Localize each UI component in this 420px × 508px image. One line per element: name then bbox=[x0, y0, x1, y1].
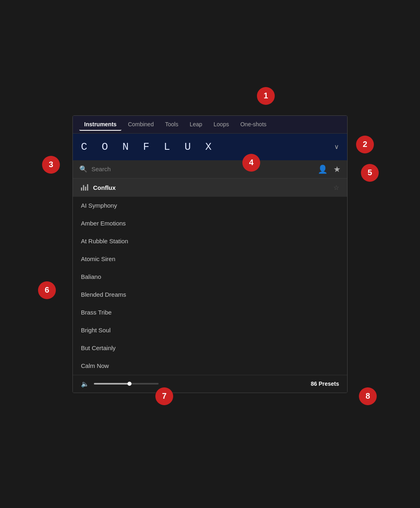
list-item[interactable]: Conflux ☆ bbox=[73, 179, 347, 197]
list-item[interactable]: Brass Tribe bbox=[73, 304, 347, 321]
search-bar: 🔍 👤 ★ bbox=[73, 160, 347, 179]
preset-name: AI Symphony bbox=[81, 202, 117, 209]
preset-item-left: Conflux bbox=[81, 184, 116, 191]
annotation-3: 3 bbox=[42, 156, 60, 174]
preset-name: Baliano bbox=[81, 273, 101, 280]
preset-name: But Certainly bbox=[81, 344, 116, 351]
tab-tools[interactable]: Tools bbox=[160, 118, 183, 131]
list-item[interactable]: Calm Now bbox=[73, 357, 347, 375]
tab-instruments[interactable]: Instruments bbox=[79, 118, 121, 131]
list-item[interactable]: Atomic Siren bbox=[73, 250, 347, 268]
bottom-bar: 🔈 86 Presets bbox=[73, 375, 347, 393]
brand-logo: C O N F L U X bbox=[81, 141, 216, 153]
app-window: Instruments Combined Tools Leap Loops On… bbox=[72, 115, 348, 393]
search-actions: 👤 ★ bbox=[318, 164, 341, 174]
annotation-2: 2 bbox=[356, 136, 374, 153]
list-item[interactable]: Bright Soul bbox=[73, 321, 347, 339]
user-icon[interactable]: 👤 bbox=[318, 164, 328, 174]
list-item[interactable]: Baliano bbox=[73, 268, 347, 286]
tab-combined[interactable]: Combined bbox=[123, 118, 159, 131]
volume-icon: 🔈 bbox=[81, 380, 89, 388]
preset-name: Brass Tribe bbox=[81, 309, 112, 316]
annotation-6: 6 bbox=[38, 281, 56, 299]
list-item[interactable]: AI Symphony bbox=[73, 197, 347, 215]
list-item[interactable]: But Certainly bbox=[73, 339, 347, 357]
list-item[interactable]: At Rubble Station bbox=[73, 232, 347, 250]
search-input[interactable] bbox=[91, 166, 314, 172]
annotation-1: 1 bbox=[257, 87, 275, 105]
brand-header: C O N F L U X ∨ bbox=[73, 134, 347, 160]
preset-name: Bright Soul bbox=[81, 327, 110, 334]
preset-star-icon[interactable]: ☆ bbox=[333, 184, 339, 191]
preset-name: Blended Dreams bbox=[81, 291, 126, 298]
preset-name: At Rubble Station bbox=[81, 238, 128, 244]
preset-name: Atomic Siren bbox=[81, 255, 115, 262]
favorites-star-icon[interactable]: ★ bbox=[333, 164, 341, 174]
annotation-8: 8 bbox=[359, 387, 377, 405]
preset-name: Calm Now bbox=[81, 362, 109, 369]
preset-list: Conflux ☆ AI Symphony Amber Emotions At … bbox=[73, 179, 347, 375]
tab-loops[interactable]: Loops bbox=[209, 118, 234, 131]
search-icon: 🔍 bbox=[79, 165, 87, 173]
preset-name: Amber Emotions bbox=[81, 220, 126, 227]
tab-oneshots[interactable]: One-shots bbox=[235, 118, 272, 131]
list-item[interactable]: Amber Emotions bbox=[73, 215, 347, 232]
tab-leap[interactable]: Leap bbox=[185, 118, 207, 131]
volume-slider-thumb[interactable] bbox=[127, 382, 132, 386]
preset-name: Conflux bbox=[93, 184, 116, 191]
bars-icon bbox=[81, 184, 88, 191]
nav-bar: Instruments Combined Tools Leap Loops On… bbox=[73, 116, 347, 134]
volume-slider[interactable] bbox=[94, 383, 159, 385]
chevron-down-icon[interactable]: ∨ bbox=[334, 143, 339, 151]
volume-slider-fill bbox=[94, 383, 129, 385]
presets-count: 86 Presets bbox=[311, 380, 339, 387]
list-item[interactable]: Blended Dreams bbox=[73, 286, 347, 304]
annotation-5: 5 bbox=[361, 164, 379, 182]
